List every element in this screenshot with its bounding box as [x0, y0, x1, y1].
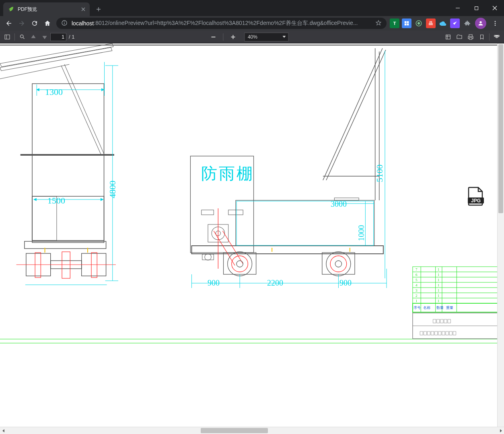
svg-rect-117: [448, 319, 451, 323]
pdf-document-viewport[interactable]: 71 61 51 41 31 21 11 序号 名称 数量 重量 1300 15…: [0, 43, 504, 427]
svg-text:2: 2: [416, 294, 418, 298]
svg-text:6: 6: [416, 273, 418, 277]
dimension-label: 900: [208, 278, 220, 288]
new-tab-button[interactable]: [93, 4, 104, 15]
sidebar-toggle-button[interactable]: [2, 31, 13, 43]
svg-point-62: [228, 252, 252, 276]
svg-rect-122: [435, 331, 438, 335]
prev-page-button[interactable]: [28, 31, 39, 43]
print-button[interactable]: [465, 31, 476, 43]
svg-text:1: 1: [438, 294, 440, 298]
back-button[interactable]: [3, 18, 14, 29]
dimension-label: 900: [339, 278, 352, 288]
svg-text:1: 1: [438, 283, 440, 287]
scrollbar-thumb[interactable]: [498, 44, 503, 213]
svg-rect-25: [32, 196, 104, 241]
extension-icon[interactable]: T: [390, 19, 399, 28]
svg-rect-23: [32, 84, 104, 243]
zoom-in-button[interactable]: [227, 31, 239, 43]
svg-line-20: [0, 64, 69, 79]
presentation-button[interactable]: [442, 31, 454, 43]
svg-point-67: [330, 256, 347, 272]
svg-rect-33: [62, 252, 70, 278]
svg-rect-124: [442, 331, 445, 335]
extensions-menu-icon[interactable]: [462, 19, 472, 28]
dimension-label: 1500: [47, 195, 65, 206]
scroll-left-arrow[interactable]: [0, 427, 7, 434]
browser-menu-button[interactable]: [490, 18, 501, 29]
browser-tab[interactable]: PDF预览: [3, 2, 90, 16]
zoom-level-select[interactable]: 40%: [244, 33, 288, 41]
forward-button[interactable]: [16, 18, 27, 29]
svg-rect-113: [433, 319, 436, 323]
svg-text:名称: 名称: [423, 306, 430, 310]
svg-rect-53: [202, 210, 214, 215]
svg-point-2: [64, 21, 65, 22]
site-info-icon[interactable]: [61, 20, 68, 27]
svg-line-13: [23, 37, 24, 39]
svg-rect-10: [5, 35, 10, 39]
tools-menu-button[interactable]: [491, 31, 502, 43]
extension-icon[interactable]: [414, 19, 424, 28]
svg-rect-121: [431, 331, 434, 335]
svg-text:7: 7: [416, 267, 418, 272]
reload-button[interactable]: [29, 18, 40, 29]
home-button[interactable]: [42, 18, 53, 29]
window-close-button[interactable]: [485, 0, 504, 16]
svg-rect-3: [64, 23, 64, 24]
scrollbar-thumb[interactable]: [201, 428, 268, 433]
extension-icons: T 品: [390, 19, 472, 28]
svg-rect-126: [449, 331, 452, 335]
profile-avatar[interactable]: [475, 18, 486, 29]
dimension-label: 1300: [45, 87, 63, 97]
svg-text:1: 1: [438, 278, 440, 282]
svg-line-22: [64, 64, 104, 155]
svg-rect-34: [91, 253, 97, 278]
window-minimize-button[interactable]: [448, 0, 467, 16]
svg-rect-79: [237, 201, 374, 245]
svg-rect-114: [437, 319, 440, 323]
svg-point-59: [205, 254, 211, 260]
url-path: :8012/onlinePreview?url=http%3A%2F%2Floc…: [94, 20, 358, 27]
svg-rect-0: [475, 6, 478, 10]
svg-rect-127: [453, 331, 456, 335]
svg-rect-115: [440, 319, 443, 323]
bookmark-button[interactable]: [476, 31, 488, 43]
extension-icon[interactable]: [438, 19, 448, 28]
horizontal-scrollbar[interactable]: [0, 427, 504, 434]
extension-icon[interactable]: 品: [426, 19, 436, 28]
jpg-download-badge[interactable]: JPG: [468, 187, 484, 206]
browser-titlebar: PDF预览: [0, 0, 504, 16]
svg-rect-45: [323, 48, 376, 180]
svg-rect-119: [424, 331, 426, 335]
svg-point-9: [495, 25, 496, 26]
extension-icon[interactable]: [450, 19, 460, 28]
page-number-input[interactable]: [50, 33, 66, 41]
dimension-label: 2200: [267, 278, 283, 288]
dimension-label: 4800: [107, 181, 118, 198]
url-host: localhost: [72, 20, 94, 27]
svg-point-68: [335, 261, 341, 267]
tab-close-button[interactable]: [80, 6, 86, 12]
svg-rect-32: [35, 253, 41, 278]
scroll-right-arrow[interactable]: [497, 427, 504, 434]
cad-drawing-canvas: 71 61 51 41 31 21 11 序号 名称 数量 重量: [0, 43, 504, 427]
open-file-button[interactable]: [454, 31, 465, 43]
window-maximize-button[interactable]: [467, 0, 485, 16]
bookmark-star-icon[interactable]: [375, 20, 382, 27]
svg-text:1: 1: [438, 273, 440, 277]
svg-text:4: 4: [416, 283, 418, 287]
svg-point-12: [20, 35, 23, 38]
browser-addressbar: localhost:8012/onlinePreview?url=http%3A…: [0, 16, 504, 31]
next-page-button[interactable]: [39, 31, 50, 43]
svg-rect-120: [427, 331, 430, 335]
zoom-out-button[interactable]: [208, 31, 219, 43]
tab-favicon-leaf-icon: [8, 6, 14, 12]
find-button[interactable]: [16, 31, 28, 43]
window-controls: [448, 0, 504, 16]
vertical-scrollbar[interactable]: [497, 43, 504, 427]
svg-text:1: 1: [416, 299, 418, 303]
address-field[interactable]: localhost:8012/onlinePreview?url=http%3A…: [56, 18, 387, 29]
extension-icon[interactable]: [402, 19, 411, 28]
tab-title: PDF预览: [18, 6, 80, 13]
